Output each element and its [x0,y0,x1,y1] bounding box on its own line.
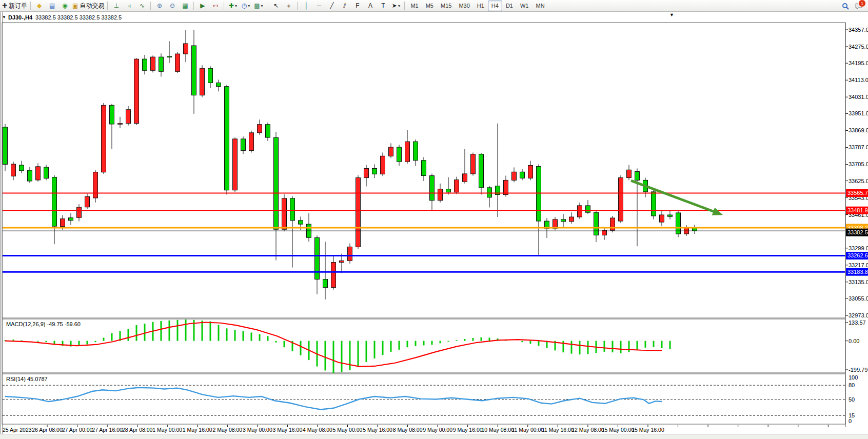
candle-body [102,105,106,172]
candle-body [52,177,57,226]
signals-icon: ◉ [62,3,67,9]
candle-body [143,59,147,70]
candle-body [19,165,24,171]
autotrading-button[interactable]: ▣自动交易 [72,1,105,11]
tile-windows-icon[interactable]: ▦ [179,1,191,11]
candle-body [282,198,287,229]
candle-body [233,139,238,190]
price-tick-label: 33787.0 [849,144,868,150]
vertical-line-icon[interactable]: │ [300,1,312,11]
trendline-icon[interactable]: ╱ [326,1,338,11]
new-order-button[interactable]: ✚新订单 [2,1,28,11]
candle-body [134,59,139,124]
toolbar-separator [107,2,108,10]
candle-body [126,110,131,124]
toolbar-separator [193,2,194,10]
new-order-button-label: 新订单 [9,2,27,10]
panel-borders [2,23,845,424]
bar-chart-icon[interactable]: ⊥ [110,1,122,11]
horizontal-line-icon[interactable]: ─ [313,1,325,11]
price-tick-label: 34275.0 [849,44,868,50]
navigator-icon[interactable]: ▤ [46,1,58,11]
autotrading-button-label: 自动交易 [80,2,104,10]
candle-body [167,56,172,57]
price-line-label: 33481.9 [847,207,868,213]
time-axis-label: 3 May 00:00 [243,427,272,433]
time-axis-label: 8 May 08:00 [393,427,423,433]
timeframe-m5[interactable]: M5 [422,1,437,11]
candle-body [594,212,599,235]
chart-shift-icon[interactable]: ↤ [209,1,221,11]
candle-body [249,133,254,151]
text-label-icon[interactable]: T [377,1,389,11]
timeframe-d1[interactable]: D1 [502,1,517,11]
market-watch-icon: ◆ [37,3,42,9]
candle-body [85,196,90,207]
time-axis-label: 25 Apr 2023 [3,427,32,433]
dropdown-caret-icon[interactable]: ▾ [261,4,263,8]
candle-body [364,168,369,177]
timeframe-m1[interactable]: M1 [407,1,422,11]
time-axis-label: 3 May 16:00 [273,427,303,433]
timeframe-h4[interactable]: H4 [488,1,502,11]
cursor-icon[interactable]: ↖ [270,1,282,11]
candlestick-chart-icon[interactable]: ⫞ [123,1,135,11]
panel-border [2,319,845,373]
candle-body [348,247,352,261]
dropdown-caret-icon[interactable]: ▾ [398,4,400,8]
chat-icon[interactable]: 1 [853,1,864,12]
text-icon[interactable]: A [364,1,376,11]
new-order-button: ✚ [2,3,7,9]
candle-body [61,219,65,227]
line-chart-icon[interactable]: ∿ [136,1,148,11]
time-axis-label: 11 May 16:00 [542,427,574,433]
time-axis-label: 9 May 16:00 [453,427,483,433]
horizontal-line-objects[interactable] [3,193,845,272]
timeframe-w1[interactable]: W1 [517,1,532,11]
candle-body [660,215,664,222]
time-axis-label: 2 May 08:00 [212,427,242,433]
templates-icon[interactable]: ▩▾ [252,1,264,11]
candle-body [405,142,410,162]
candle-body [372,168,377,174]
signals-icon[interactable]: ◉ [59,1,71,11]
dropdown-caret-icon[interactable]: ▾ [248,4,250,8]
search-icon[interactable] [840,1,852,12]
timeframe-m15[interactable]: M15 [437,1,455,11]
zoom-out-icon[interactable]: ⊖ [166,1,178,11]
rsi-line [5,388,662,410]
chart-area[interactable]: 34357.034275.034195.034113.034031.033951… [0,12,868,434]
timeframe-mn[interactable]: MN [532,1,548,11]
timeframe-h1[interactable]: H1 [474,1,488,11]
market-watch-icon[interactable]: ◆ [33,1,45,11]
candle-body [446,189,451,192]
candle-body [11,164,16,176]
rsi-axis-label: 50 [849,396,855,403]
timeframe-m30[interactable]: M30 [455,1,473,11]
arrows-icon[interactable]: ➤▾ [390,1,402,11]
time-axis-label: 12 May 08:00 [571,427,604,433]
candle-body [3,127,8,164]
indicators-icon: ✚ [229,3,234,9]
zoom-in-icon[interactable]: ⊕ [153,1,165,11]
fibonacci-icon[interactable]: F [351,1,363,11]
candle-body [430,176,435,201]
periods-icon[interactable]: ◷▾ [240,1,251,11]
time-axis[interactable]: 25 Apr 202326 Apr 08:0027 Apr 00:0027 Ap… [3,425,828,433]
rsi-panel: RSI(14) 45.07871008050150 [3,374,858,424]
crosshair-icon[interactable]: ＋ [283,1,294,11]
arrows-icon: ➤ [392,3,397,9]
indicators-icon[interactable]: ✚▾ [227,1,239,11]
channel-icon[interactable]: ⫽ [339,1,350,11]
time-axis-label: 1 May 16:00 [183,427,212,433]
price-tick-label: 33869.0 [849,127,868,133]
candle-body [463,174,467,182]
trend-arrow-line[interactable] [631,181,717,213]
macd-label: MACD(12,26,9) -49.75 -59.60 [6,321,81,327]
dropdown-caret-icon[interactable]: ▾ [235,4,237,8]
candle-body [225,87,229,190]
price-line-label: 33565.7 [847,190,868,196]
auto-scroll-icon[interactable]: ▶ [196,1,208,11]
candle-body [413,142,418,161]
candle-body [356,178,361,247]
